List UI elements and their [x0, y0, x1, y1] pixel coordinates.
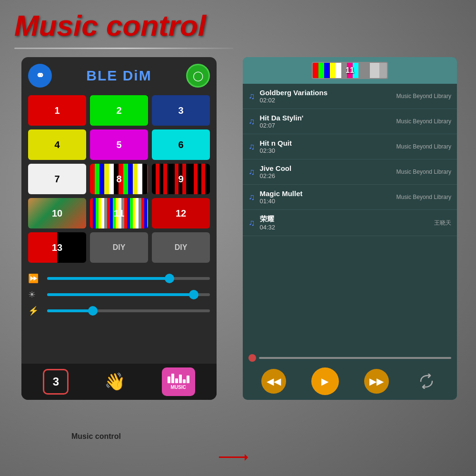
song-title-3: Hit n Quit — [260, 139, 397, 147]
song-title-6: 荣耀 — [260, 215, 435, 224]
song-duration-5: 01:40 — [260, 198, 397, 205]
scene-button-5[interactable]: 5 — [90, 129, 148, 160]
nav-hand-button[interactable]: 👋 — [102, 369, 128, 395]
flash-slider-row: ⚡ — [28, 306, 210, 316]
nav-button-3[interactable]: 3 — [43, 369, 69, 395]
music-note-icon-4: ♫ — [248, 167, 255, 177]
power-button[interactable]: ◯ — [186, 64, 210, 88]
song-info-6: 荣耀 04:32 — [260, 215, 435, 231]
song-duration-6: 04:32 — [260, 224, 435, 231]
play-button[interactable]: ▶ — [311, 367, 339, 395]
progress-bar-container[interactable] — [248, 354, 451, 362]
scene-button-13[interactable]: 13 — [28, 232, 86, 263]
song-library-4: Music Beyond Library — [397, 169, 451, 175]
app-header: ⚭ BLE DiM ◯ — [28, 64, 210, 88]
song-info-1: Goldberg Variations 02:02 — [260, 89, 397, 104]
flash-icon: ⚡ — [28, 306, 43, 316]
scene-button-11[interactable]: 11 — [90, 198, 148, 228]
speed-slider-row: ⏩ — [28, 273, 210, 284]
song-duration-3: 02:30 — [260, 147, 397, 154]
song-item-3[interactable]: ♫ Hit n Quit 02:30 Music Beyond Library — [243, 134, 457, 159]
song-duration-4: 02:26 — [260, 172, 397, 179]
song-list[interactable]: ♫ Goldberg Variations 02:02 Music Beyond… — [243, 84, 457, 349]
scene-button-12[interactable]: 12 — [152, 198, 210, 228]
song-title-2: Hit Da Stylin' — [260, 114, 397, 122]
song-item-4[interactable]: ♫ Jive Cool 02:26 Music Beyond Library — [243, 159, 457, 185]
title-divider — [14, 48, 233, 49]
scene-button-9[interactable]: 9 — [152, 164, 210, 194]
bottom-nav: 3 👋 MUSIC — [21, 364, 217, 400]
music-bars-icon — [168, 374, 189, 383]
app-name: BLE DiM — [86, 68, 151, 84]
song-title-4: Jive Cool — [260, 164, 397, 172]
song-info-2: Hit Da Stylin' 02:07 — [260, 114, 397, 129]
song-library-1: Music Beyond Library — [397, 93, 451, 99]
music-player-panel: 11 ♫ Goldberg Variations 02:02 Music Bey… — [243, 57, 457, 400]
music-control-annotation: Music control — [71, 432, 121, 441]
page-title: Music control — [14, 9, 206, 42]
scene-button-3[interactable]: 3 — [152, 95, 210, 126]
song-library-3: Music Beyond Library — [397, 143, 451, 150]
song-info-4: Jive Cool 02:26 — [260, 164, 397, 179]
scene-button-diy1[interactable]: DIY — [90, 232, 148, 263]
brightness-slider-row: ☀ — [28, 289, 210, 300]
music-note-icon-3: ♫ — [248, 142, 255, 152]
player-controls: ◀◀ ▶ ▶▶ — [243, 349, 457, 400]
ble-dim-panel: ⚭ BLE DiM ◯ 1 2 3 4 5 6 7 8 9 10 11 12 1… — [21, 57, 217, 400]
bluetooth-button[interactable]: ⚭ — [28, 64, 52, 88]
song-title-5: Magic Mullet — [260, 189, 397, 198]
music-arrow — [219, 456, 248, 458]
prev-button[interactable]: ◀◀ — [261, 369, 286, 394]
scene-button-8[interactable]: 8 — [90, 164, 148, 194]
scene-button-diy2[interactable]: DIY — [152, 232, 210, 263]
speed-slider[interactable] — [47, 277, 210, 280]
next-button[interactable]: ▶▶ — [364, 369, 389, 394]
scene-button-6[interactable]: 6 — [152, 129, 210, 160]
music-note-icon-6: ♫ — [248, 218, 255, 228]
song-library-6: 王晓天 — [434, 219, 451, 227]
scene-button-10[interactable]: 10 — [28, 198, 86, 228]
scene-selector-bar[interactable]: 11 — [243, 57, 457, 84]
song-library-2: Music Beyond Library — [397, 118, 451, 125]
repeat-button[interactable] — [414, 369, 439, 394]
scene-strip: 11 — [312, 62, 388, 79]
music-note-icon-2: ♫ — [248, 117, 255, 127]
brightness-slider[interactable] — [47, 293, 210, 296]
song-library-5: Music Beyond Library — [397, 194, 451, 200]
speed-icon: ⏩ — [28, 273, 43, 284]
scene-button-2[interactable]: 2 — [90, 95, 148, 126]
song-item-1[interactable]: ♫ Goldberg Variations 02:02 Music Beyond… — [243, 84, 457, 109]
scene-strip-label: 11 — [346, 66, 354, 75]
music-note-icon-1: ♫ — [248, 91, 255, 101]
progress-dot — [248, 354, 256, 362]
song-duration-2: 02:07 — [260, 122, 397, 129]
music-note-icon-5: ♫ — [248, 192, 255, 202]
progress-track[interactable] — [259, 357, 451, 359]
song-item-6[interactable]: ♫ 荣耀 04:32 王晓天 — [243, 210, 457, 236]
scene-grid: 1 2 3 4 5 6 7 8 9 10 11 12 13 DIY DIY — [28, 95, 210, 263]
scene-button-4[interactable]: 4 — [28, 129, 86, 160]
controls-row: ◀◀ ▶ ▶▶ — [248, 367, 451, 395]
song-info-5: Magic Mullet 01:40 — [260, 189, 397, 205]
scene-button-1[interactable]: 1 — [28, 95, 86, 126]
flash-slider[interactable] — [47, 309, 210, 312]
song-item-2[interactable]: ♫ Hit Da Stylin' 02:07 Music Beyond Libr… — [243, 109, 457, 134]
song-title-1: Goldberg Variations — [260, 89, 397, 97]
song-item-5[interactable]: ♫ Magic Mullet 01:40 Music Beyond Librar… — [243, 185, 457, 210]
song-info-3: Hit n Quit 02:30 — [260, 139, 397, 154]
song-duration-1: 02:02 — [260, 97, 397, 104]
music-label: MUSIC — [171, 385, 186, 390]
brightness-icon: ☀ — [28, 289, 43, 300]
scene-button-7[interactable]: 7 — [28, 164, 86, 194]
nav-music-button[interactable]: MUSIC — [162, 367, 195, 396]
